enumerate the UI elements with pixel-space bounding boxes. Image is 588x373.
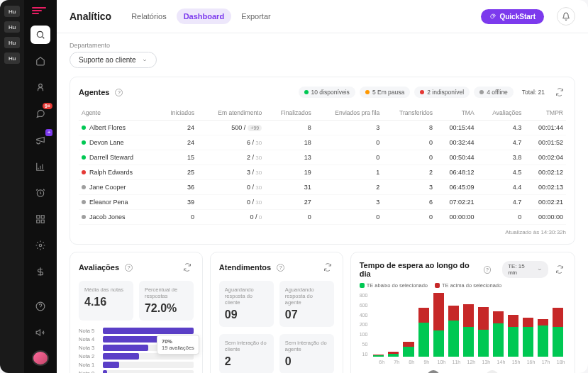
svg-point-9 <box>493 15 494 16</box>
alarm-icon[interactable] <box>30 184 50 201</box>
quickstart-button[interactable]: QuickStart <box>481 9 544 24</box>
status-offline: 4 offline <box>474 87 514 98</box>
table-row[interactable]: Eleanor Pena 390 / 3027 3607:02:214.700:… <box>79 195 566 210</box>
svg-point-0 <box>37 31 43 37</box>
atendimentos-card: Atendimentos ? Aguardando resposta do cl… <box>210 252 343 373</box>
kpi-noint-agent: Sem interação do agente0 <box>279 334 334 373</box>
svg-point-7 <box>39 244 42 247</box>
x-axis: 6h7h8h9h10h11h12h13h14h15h16h17h18h <box>360 360 566 364</box>
svg-rect-5 <box>37 220 40 223</box>
quickstart-label: QuickStart <box>499 13 536 21</box>
chevron-down-icon <box>142 57 148 63</box>
stacked-bar <box>403 342 414 357</box>
topbar: Analítico Relatórios Dashboard Exportar … <box>57 0 588 33</box>
refresh-icon[interactable] <box>554 263 566 276</box>
atendimentos-title: Atendimentos <box>219 263 271 272</box>
department-select[interactable]: Suporte ao cliente <box>70 52 157 68</box>
volume-icon[interactable] <box>30 324 50 342</box>
info-icon[interactable]: ? <box>277 264 284 272</box>
help-icon[interactable] <box>30 298 50 316</box>
stacked-bar <box>433 293 444 357</box>
espera-card: Tempo de espera ao longo do dia ? TE: 15… <box>350 252 575 373</box>
rail-badge[interactable]: Hu <box>4 37 20 48</box>
table-row[interactable]: Ralph Edwards 253 / 3019 1206:48:124.500… <box>79 165 566 180</box>
main: Analítico Relatórios Dashboard Exportar … <box>57 0 588 373</box>
rail-badge[interactable]: Hu <box>4 6 20 17</box>
agents-total: Total: 21 <box>518 89 549 96</box>
settings-icon[interactable] <box>30 236 50 254</box>
left-rail: Hu Hu Hu Hu <box>0 0 24 373</box>
espera-legend: TE abaixo do selecionado TE acima do sel… <box>360 282 566 289</box>
agents-updated: Atualizado às 14:30:32h <box>79 229 566 235</box>
stacked-bar <box>493 311 504 357</box>
department-label: Departamento <box>70 42 575 49</box>
home-icon[interactable] <box>30 52 50 70</box>
svg-rect-4 <box>41 216 44 218</box>
chat-icon[interactable]: 9+ <box>30 105 50 123</box>
stacked-bar <box>553 308 563 357</box>
bar-row: Nota 0 <box>79 370 194 373</box>
agents-table: Agente Iniciados Em atendimento Finaliza… <box>79 106 566 225</box>
espera-title: Tempo de espera ao longo do dia <box>360 261 478 278</box>
megaphone-icon[interactable]: + <box>30 131 50 149</box>
stacked-bar <box>463 304 474 357</box>
bell-icon[interactable] <box>557 7 575 26</box>
prev-button[interactable]: ‹ <box>427 370 440 373</box>
table-row[interactable]: Albert Flores 24500 /+998 3800:15:444.30… <box>79 121 566 135</box>
bar-row: Nota 470%19 avaliações <box>79 336 194 343</box>
refresh-icon[interactable] <box>321 261 334 274</box>
stacked-bar <box>523 318 533 357</box>
status-paused: 5 Em pausa <box>360 87 410 98</box>
tabs: Relatórios Dashboard Exportar <box>124 9 278 24</box>
agents-title: Agentes <box>79 88 109 96</box>
stacked-bar <box>508 315 518 357</box>
search-icon[interactable] <box>30 26 50 43</box>
bar-row: Nota 5 <box>79 328 194 334</box>
ratings-chart: Nota 5Nota 470%19 avaliaçõesNota 3Nota 2… <box>79 328 194 373</box>
user-icon[interactable] <box>30 79 50 96</box>
status-unavailable: 2 indisponível <box>414 87 470 98</box>
stacked-bar <box>448 306 459 357</box>
kpi-pct: Percentual de respostas72.0% <box>139 281 194 321</box>
next-button[interactable]: › <box>486 370 499 373</box>
page-title: Analítico <box>70 11 111 22</box>
kpi-await-agent: Aguardando resposta do agente07 <box>279 281 334 327</box>
stacked-bar <box>388 352 399 357</box>
sidebar: 9+ + <box>24 0 57 373</box>
ratings-card: Avaliações ? Média das notas4.16 Percent… <box>70 252 203 373</box>
te-select[interactable]: TE: 15 min <box>502 261 548 278</box>
pager: ‹ Página 1 de 2 › <box>360 370 566 373</box>
svg-rect-3 <box>37 216 40 218</box>
info-icon[interactable]: ? <box>115 89 123 96</box>
info-icon[interactable]: ? <box>484 266 492 274</box>
stacked-bar <box>538 319 548 357</box>
stacked-bar <box>373 355 384 357</box>
content: Departamento Suporte ao cliente Agentes … <box>57 33 588 373</box>
refresh-icon[interactable] <box>553 86 566 99</box>
grid-icon[interactable] <box>30 210 50 228</box>
tab-exportar[interactable]: Exportar <box>234 9 278 24</box>
table-row[interactable]: Darrell Steward 152 / 3013 0000:50:443.8… <box>79 150 566 165</box>
avatar[interactable] <box>32 350 49 366</box>
info-icon[interactable]: ? <box>125 264 133 272</box>
table-row[interactable]: Jacob Jones 00 / 00 0000:00:00000:00:00 <box>79 210 566 225</box>
table-row[interactable]: Devon Lane 246 / 3018 0000:32:444.700:01… <box>79 135 566 150</box>
refresh-icon[interactable] <box>181 261 194 274</box>
y-axis: 8006004002001005010 <box>360 293 371 357</box>
dollar-icon[interactable] <box>30 263 50 281</box>
tab-relatorios[interactable]: Relatórios <box>124 9 174 24</box>
chart-icon[interactable] <box>30 157 50 175</box>
bar-row: Nota 1 <box>79 362 194 368</box>
stacked-bar <box>418 308 429 357</box>
ratings-title: Avaliações <box>79 263 119 272</box>
svg-rect-6 <box>41 220 44 223</box>
table-row[interactable]: Jane Cooper 360 / 3031 2306:45:094.400:0… <box>79 180 566 195</box>
kpi-avg: Média das notas4.16 <box>79 281 133 321</box>
tab-dashboard[interactable]: Dashboard <box>177 9 231 24</box>
agents-card: Agentes ? 10 disponíveis 5 Em pausa 2 in… <box>70 77 575 245</box>
rail-badge[interactable]: Hu <box>4 52 20 64</box>
svg-point-1 <box>39 84 43 88</box>
logo-icon <box>32 7 49 17</box>
kpi-await-client: Aguardando resposta do cliente09 <box>219 281 274 327</box>
rail-badge[interactable]: Hu <box>4 21 20 33</box>
